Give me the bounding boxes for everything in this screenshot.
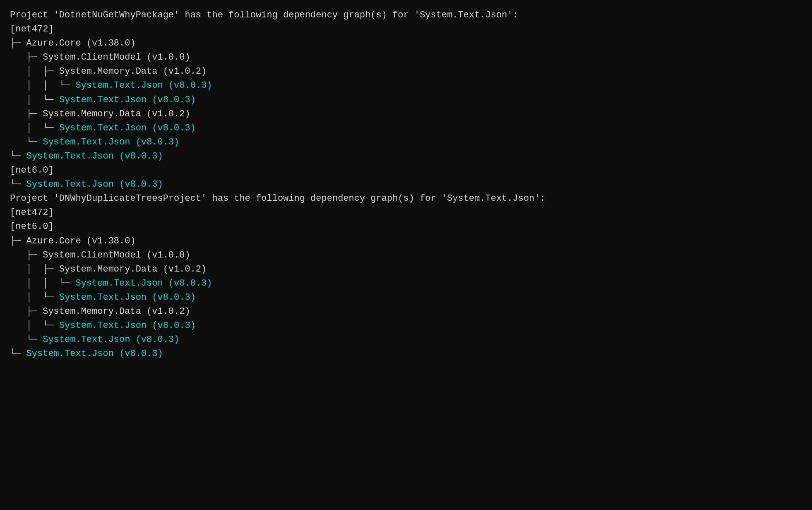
package-highlight: System.Text.Json (v8.0.3) [59,292,196,303]
line-prefix: └─ [10,137,43,147]
package-highlight: System.Text.Json (v8.0.3) [59,95,196,105]
line-prefix: │ └─ [10,95,59,105]
terminal-line: Project 'DNWhyDuplicateTreesProject' has… [10,192,802,206]
terminal-line: ├─ Azure.Core (v1.38.0) [10,36,802,51]
line-prefix: │ └─ [10,123,59,133]
terminal-line: [net472] [10,206,802,220]
terminal-line: │ └─ System.Text.Json (v8.0.3) [10,121,802,135]
package-highlight: System.Text.Json (v8.0.3) [26,151,163,161]
terminal-line: └─ System.Text.Json (v8.0.3) [10,178,802,192]
terminal-line: └─ System.Text.Json (v8.0.3) [10,333,802,347]
terminal-line: ├─ System.ClientModel (v1.0.0) [10,248,802,262]
terminal-line: │ └─ System.Text.Json (v8.0.3) [10,93,802,107]
terminal-line: ├─ System.Memory.Data (v1.0.2) [10,107,802,121]
line-prefix: │ └─ [10,292,59,303]
package-highlight: System.Text.Json (v8.0.3) [26,179,163,190]
terminal-line: └─ System.Text.Json (v8.0.3) [10,149,802,164]
line-prefix: └─ [10,334,43,345]
terminal-line: │ ├─ System.Memory.Data (v1.0.2) [10,65,802,79]
line-prefix: └─ [10,349,26,359]
line-prefix: │ │ └─ [10,278,75,289]
package-highlight: System.Text.Json (v8.0.3) [75,80,212,91]
terminal-line: └─ System.Text.Json (v8.0.3) [10,135,802,149]
terminal-line: │ └─ System.Text.Json (v8.0.3) [10,291,802,305]
terminal-line: [net472] [10,22,802,36]
terminal-line: ├─ Azure.Core (v1.38.0) [10,234,802,248]
package-highlight: System.Text.Json (v8.0.3) [59,123,196,133]
line-prefix: │ │ └─ [10,80,75,91]
terminal-line: [net6.0] [10,164,802,178]
terminal-line: ├─ System.ClientModel (v1.0.0) [10,51,802,65]
terminal-line: Project 'DotnetNuGetWhyPackage' has the … [10,8,802,22]
package-highlight: System.Text.Json (v8.0.3) [75,278,212,289]
terminal-line: │ │ └─ System.Text.Json (v8.0.3) [10,277,802,291]
line-prefix: └─ [10,151,26,161]
package-highlight: System.Text.Json (v8.0.3) [43,334,179,345]
package-highlight: System.Text.Json (v8.0.3) [26,349,163,359]
terminal-line: └─ System.Text.Json (v8.0.3) [10,347,802,361]
line-prefix: │ └─ [10,320,59,331]
terminal-line: │ └─ System.Text.Json (v8.0.3) [10,319,802,333]
terminal-line: [net6.0] [10,220,802,234]
terminal-output: Project 'DotnetNuGetWhyPackage' has the … [10,8,802,361]
terminal-line: │ ├─ System.Memory.Data (v1.0.2) [10,262,802,277]
terminal-line: │ │ └─ System.Text.Json (v8.0.3) [10,79,802,93]
package-highlight: System.Text.Json (v8.0.3) [43,137,179,147]
line-prefix: └─ [10,179,26,190]
terminal-line: ├─ System.Memory.Data (v1.0.2) [10,305,802,319]
package-highlight: System.Text.Json (v8.0.3) [59,320,196,331]
